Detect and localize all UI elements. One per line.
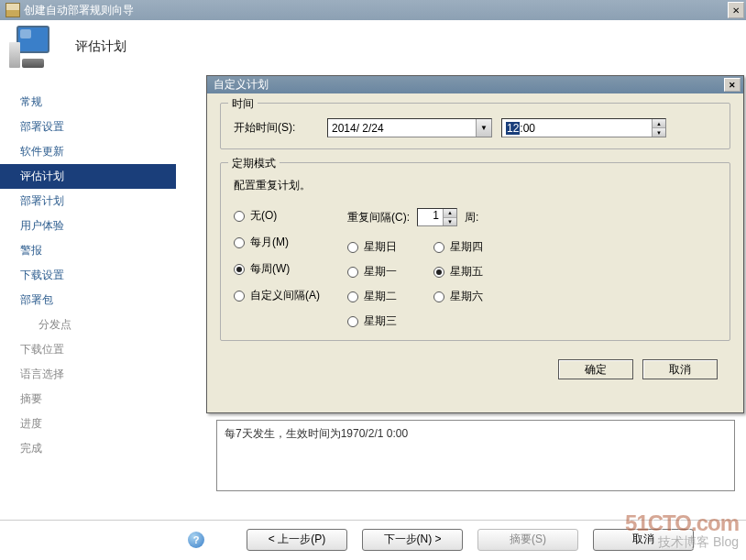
radio-monthly[interactable]: 每月(M) <box>234 235 320 250</box>
ok-button[interactable]: 确定 <box>558 359 633 379</box>
nav-completion: 完成 <box>0 436 176 461</box>
nav-evaluation-schedule[interactable]: 评估计划 <box>0 164 176 189</box>
time-value: 12:00 <box>502 122 652 135</box>
recurrence-groupbox: 定期模式 配置重复计划。 无(O) 每月(M) 每周(W) 自定义间隔(A) 重… <box>220 162 730 341</box>
interval-row: 重复间隔(C): 1 ▲ ▼ 周: <box>347 208 717 226</box>
close-button[interactable]: ✕ <box>728 2 744 18</box>
time-rest: :00 <box>520 122 535 135</box>
radio-monthly-label: 每月(M) <box>250 235 289 250</box>
day-sunday-label: 星期日 <box>364 239 397 255</box>
wizard-sidebar: 常规 部署设置 软件更新 评估计划 部署计划 用户体验 警报 下载设置 部署包 … <box>0 73 176 559</box>
wizard-titlebar: 创建自动部署规则向导 ✕ <box>0 0 746 20</box>
dialog-buttons: 确定 取消 <box>220 354 730 379</box>
spin-up-icon[interactable]: ▲ <box>653 119 665 128</box>
days-grid: 星期日 星期一 星期二 星期三 星期四 星期五 星期六 <box>347 239 717 329</box>
interval-unit: 周: <box>465 210 478 225</box>
custom-schedule-dialog: 自定义计划 ✕ 时间 开始时间(S): 2014/ 2/24 ▼ 12:00 ▲… <box>206 75 744 413</box>
nav-general[interactable]: 常规 <box>0 90 176 115</box>
date-picker[interactable]: 2014/ 2/24 ▼ <box>327 118 492 137</box>
next-button[interactable]: 下一步(N) > <box>362 529 463 551</box>
recurrence-legend: 定期模式 <box>228 156 280 171</box>
day-sunday[interactable]: 星期日 <box>347 239 397 255</box>
radio-custom[interactable]: 自定义间隔(A) <box>234 288 320 303</box>
watermark-line1: 51CTO.com <box>625 511 739 536</box>
spin-down-icon[interactable]: ▼ <box>653 128 665 137</box>
date-value: 2014/ 2/24 <box>328 122 476 135</box>
page-title: 评估计划 <box>75 38 126 55</box>
interval-value: 1 <box>418 209 443 225</box>
day-tuesday-label: 星期二 <box>364 289 397 304</box>
day-wednesday-label: 星期三 <box>364 313 397 329</box>
schedule-summary-text: 每7天发生，生效时间为1970/2/1 0:00 <box>225 427 408 440</box>
start-time-row: 开始时间(S): 2014/ 2/24 ▼ 12:00 ▲ ▼ <box>234 118 717 137</box>
nav-progress: 进度 <box>0 412 176 436</box>
day-monday-label: 星期一 <box>364 264 397 280</box>
radio-weekly[interactable]: 每周(W) <box>234 261 320 277</box>
day-saturday-label: 星期六 <box>450 289 483 304</box>
dialog-titlebar: 自定义计划 ✕ <box>207 76 743 93</box>
time-spinner[interactable]: ▲ ▼ <box>652 119 665 137</box>
interval-up-icon[interactable]: ▲ <box>444 209 456 218</box>
time-picker[interactable]: 12:00 ▲ ▼ <box>501 118 666 137</box>
nav-software-updates[interactable]: 软件更新 <box>0 139 176 164</box>
interval-label: 重复间隔(C): <box>347 210 410 225</box>
day-wednesday[interactable]: 星期三 <box>347 313 397 329</box>
nav-deploy-package[interactable]: 部署包 <box>0 288 176 313</box>
interval-down-icon[interactable]: ▼ <box>444 218 456 226</box>
radio-weekly-label: 每周(W) <box>250 261 290 277</box>
watermark-line2: 技术博客 Blog <box>625 534 739 551</box>
date-dropdown-icon[interactable]: ▼ <box>476 119 491 137</box>
dialog-body: 时间 开始时间(S): 2014/ 2/24 ▼ 12:00 ▲ ▼ 定期模式 <box>207 93 743 389</box>
watermark: 51CTO.com 技术博客 Blog <box>625 511 739 551</box>
interval-spinner[interactable]: 1 ▲ ▼ <box>417 208 457 226</box>
nav-download-location: 下载位置 <box>0 337 176 362</box>
dialog-title: 自定义计划 <box>210 77 724 93</box>
day-friday-label: 星期五 <box>450 264 483 280</box>
radio-custom-label: 自定义间隔(A) <box>250 288 320 303</box>
day-monday[interactable]: 星期一 <box>347 264 397 280</box>
schedule-summary-box: 每7天发生，生效时间为1970/2/1 0:00 <box>216 420 735 491</box>
time-groupbox: 时间 开始时间(S): 2014/ 2/24 ▼ 12:00 ▲ ▼ <box>220 103 730 149</box>
window-icon <box>5 3 20 17</box>
window-title: 创建自动部署规则向导 <box>24 3 728 18</box>
nav-deploy-settings[interactable]: 部署设置 <box>0 115 176 139</box>
nav-deploy-schedule[interactable]: 部署计划 <box>0 189 176 214</box>
radio-none[interactable]: 无(O) <box>234 208 320 224</box>
radio-none-label: 无(O) <box>250 208 277 224</box>
dialog-close-button[interactable]: ✕ <box>724 78 741 92</box>
pattern-radios: 无(O) 每月(M) 每周(W) 自定义间隔(A) <box>234 208 320 329</box>
summary-button: 摘要(S) <box>477 529 578 551</box>
time-hour: 12 <box>506 122 520 135</box>
nav-distribution-points: 分发点 <box>0 313 176 337</box>
help-icon[interactable]: ? <box>188 532 204 548</box>
nav-summary: 摘要 <box>0 387 176 412</box>
dialog-cancel-button[interactable]: 取消 <box>642 359 718 379</box>
wizard-header: 评估计划 <box>0 20 746 73</box>
day-tuesday[interactable]: 星期二 <box>347 289 397 304</box>
time-legend: 时间 <box>228 96 258 112</box>
day-thursday[interactable]: 星期四 <box>433 239 483 255</box>
day-thursday-label: 星期四 <box>450 239 483 255</box>
interval-section: 重复间隔(C): 1 ▲ ▼ 周: 星期日 星 <box>347 208 717 329</box>
start-time-label: 开始时间(S): <box>234 120 318 136</box>
nav-user-experience[interactable]: 用户体验 <box>0 214 176 238</box>
nav-language-selection: 语言选择 <box>0 362 176 387</box>
day-friday[interactable]: 星期五 <box>433 264 483 280</box>
nav-alerts[interactable]: 警报 <box>0 238 176 263</box>
recurrence-desc: 配置重复计划。 <box>234 178 717 193</box>
prev-button[interactable]: < 上一步(P) <box>247 529 347 551</box>
nav-download-settings[interactable]: 下载设置 <box>0 263 176 288</box>
computer-icon <box>9 26 55 68</box>
day-saturday[interactable]: 星期六 <box>433 289 483 304</box>
